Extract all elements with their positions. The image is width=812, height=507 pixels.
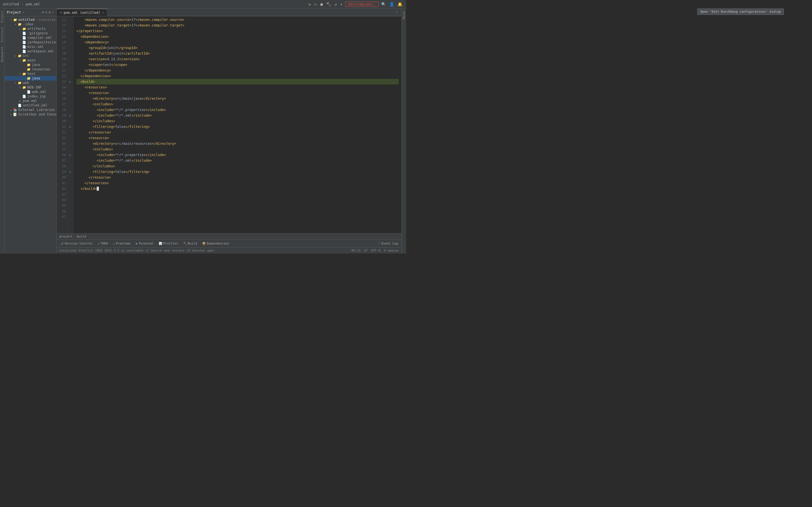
- status-right: 46:13 LF UTF-8 4 spaces: [351, 249, 399, 252]
- tree-item-web-xml[interactable]: 📄 web.xml: [4, 90, 56, 94]
- code-line-46: </build>█: [77, 186, 399, 191]
- code-line-30: <directory>src/main/java</directory>: [77, 96, 399, 101]
- tab-close-button[interactable]: ✕: [102, 11, 104, 14]
- tree-item-test-java[interactable]: 📁 java: [4, 76, 56, 80]
- tab-options-button[interactable]: ⋮: [395, 10, 399, 14]
- code-editor[interactable]: <maven.compiler.source>17</maven.compile…: [73, 16, 402, 233]
- sidebar-dropdown-icon[interactable]: ▾: [23, 10, 25, 14]
- tab-label: pom.xml (untitled): [64, 11, 100, 15]
- breadcrumb-build[interactable]: build: [77, 235, 86, 238]
- encoding[interactable]: UTF-8: [371, 249, 380, 252]
- tab-pom-xml[interactable]: m pom.xml (untitled) ✕: [57, 9, 107, 16]
- tree-item-main[interactable]: ▾ 📁 main: [4, 58, 56, 62]
- stop-icon[interactable]: ■: [319, 1, 323, 7]
- tree-item-workspace-xml[interactable]: 📄 workspace.xml: [4, 49, 56, 54]
- tree-item-web[interactable]: ▾ 📁 web: [4, 80, 56, 85]
- tree-item-untitled-iml[interactable]: 📄 untitled.iml: [4, 103, 56, 108]
- tab-problems[interactable]: ⚠ Problems: [111, 241, 133, 246]
- sidebar-title: Project: [7, 10, 21, 14]
- file-xml-icon: 📄: [22, 45, 27, 49]
- cursor-position[interactable]: 46:13: [351, 249, 361, 252]
- todo-icon: ☑: [98, 242, 99, 245]
- main-area: Project Structure Bookmarks Project ▾ ⊕ …: [0, 8, 406, 253]
- add-configuration-button[interactable]: Add Configuration...: [345, 2, 378, 7]
- tab-dependencies[interactable]: 📦 Dependencies: [200, 241, 231, 246]
- tree-item-gitignore[interactable]: 📄 .gitignore: [4, 31, 56, 36]
- breadcrumb-project[interactable]: project: [59, 235, 72, 238]
- status-bar: Localized IntelliJ IDEA 2021.3.2 is avai…: [57, 247, 402, 253]
- file-xml-icon: 📄: [22, 36, 27, 40]
- code-line-17: <dependencies>: [77, 34, 399, 40]
- locate-icon[interactable]: ⊕: [42, 10, 44, 14]
- breadcrumb-bar: project › build: [57, 233, 402, 239]
- search-icon[interactable]: 🔍: [380, 1, 387, 7]
- profiler-icon: 📊: [159, 242, 162, 245]
- structure-tab[interactable]: Structure: [0, 25, 4, 45]
- code-line-24: </dependencies>: [77, 73, 399, 79]
- tree-item-resources[interactable]: 📁 resources: [4, 67, 56, 71]
- code-line-40: <include>**/*.properties</include>: [77, 152, 399, 158]
- debug-icon[interactable]: ▶: [308, 1, 312, 7]
- tab-profiler[interactable]: 📊 Profiler: [156, 241, 181, 246]
- tree-item-external-libraries[interactable]: ▸ 📚 External Libraries: [4, 108, 56, 112]
- code-line-44: </resource>: [77, 175, 399, 180]
- tree-item-index-jsp[interactable]: 📄 index.jsp: [4, 94, 56, 99]
- project-tab[interactable]: Project: [0, 8, 4, 25]
- sidebar-header: Project ▾ ⊕ ≡ ⚙ −: [4, 8, 56, 16]
- tree-item-web-inf[interactable]: ▾ 📁 WEB-INF: [4, 85, 56, 90]
- code-line-21: <version>4.13.2</version>: [77, 56, 399, 62]
- tree-item-main-java[interactable]: 📁 java: [4, 62, 56, 67]
- indent-setting[interactable]: 4 spaces: [384, 249, 399, 252]
- tab-todo[interactable]: ☑ TODO: [95, 241, 110, 246]
- maven-tab[interactable]: Maven: [402, 8, 406, 21]
- file-pom-icon: m: [17, 99, 22, 103]
- user-icon[interactable]: 👤: [389, 1, 395, 7]
- build-icon[interactable]: 🔨: [325, 1, 332, 7]
- folder-green-icon: 📁: [27, 76, 31, 80]
- minimize-icon[interactable]: −: [52, 10, 54, 14]
- problems-icon: ⚠: [113, 242, 115, 245]
- code-line-45: </resources>: [77, 180, 399, 186]
- tree-item-jar-repositories-xml[interactable]: 📄 jarRepositories.xml: [4, 40, 56, 45]
- tree-item-artifacts[interactable]: ▸ 📁 artifacts: [4, 26, 56, 31]
- code-line-20: <artifactId>junit</artifactId>: [77, 51, 399, 56]
- code-line-32: <include>**/*.properties</include>: [77, 107, 399, 113]
- file-xml-icon: 📄: [22, 50, 27, 53]
- tree-item-src[interactable]: ▾ 📁 src: [4, 54, 56, 58]
- rebuild-icon[interactable]: ↺: [334, 1, 338, 7]
- notifications-icon[interactable]: 🔔: [397, 1, 403, 7]
- tree-item-idea[interactable]: ▾ 📁 .idea: [4, 22, 56, 26]
- code-line-27: <build>: [77, 79, 399, 84]
- tab-build[interactable]: 🔨 Build: [181, 241, 199, 246]
- folder-icon: 📁: [17, 22, 22, 26]
- tree-item-untitled[interactable]: ▾ 📁 untitled ~/untitled: [4, 17, 56, 22]
- tree-item-scratches[interactable]: ▸ 📝 Scratches and Consoles: [4, 112, 56, 117]
- tree-item-misc-xml[interactable]: 📄 misc.xml: [4, 45, 56, 49]
- editor-gutter: ◇ ◇ ◇ ◇ ◇: [68, 16, 73, 233]
- tree-item-compiler-xml[interactable]: 📄 compiler.xml: [4, 36, 56, 40]
- tree-item-test[interactable]: ▾ 📁 test: [4, 71, 56, 76]
- run-dropdown-icon[interactable]: ▾: [339, 1, 343, 7]
- folder-icon: 📁: [13, 18, 17, 22]
- code-line-13: <maven.compiler.target>17</maven.compile…: [77, 22, 399, 28]
- code-line-33: <include>**/*.xml</include>: [77, 113, 399, 118]
- tab-terminal[interactable]: ▶ Terminal: [134, 241, 156, 246]
- tab-bar: m pom.xml (untitled) ✕ ⋮: [57, 8, 402, 16]
- tree-arrow: ▾: [13, 23, 17, 26]
- bookmarks-tab[interactable]: Bookmarks: [0, 45, 4, 64]
- bottom-toolbar: ⎇ Version Control ☑ TODO ⚠ Problems ▶ Te…: [57, 239, 402, 247]
- code-line-39: <includes>: [77, 147, 399, 152]
- tree-item-pom-xml[interactable]: m pom.xml: [4, 99, 56, 103]
- tab-version-control[interactable]: ⎇ Version Control: [58, 241, 95, 246]
- title-bar-left: untitled › pom.xml: [3, 2, 40, 6]
- code-line-23: </dependency>: [77, 68, 399, 73]
- right-side-tabs: Maven: [402, 8, 406, 253]
- tab-event-log[interactable]: ✓ Event Log: [376, 241, 400, 246]
- line-separator[interactable]: LF: [364, 249, 368, 252]
- options-icon[interactable]: ⚙: [49, 10, 51, 14]
- run-coverage-icon[interactable]: ▷: [314, 1, 318, 7]
- collapse-icon[interactable]: ≡: [45, 10, 48, 14]
- event-log-icon: ✓: [378, 242, 380, 245]
- project-title: untitled: [3, 2, 19, 6]
- version-control-icon: ⎇: [60, 242, 63, 245]
